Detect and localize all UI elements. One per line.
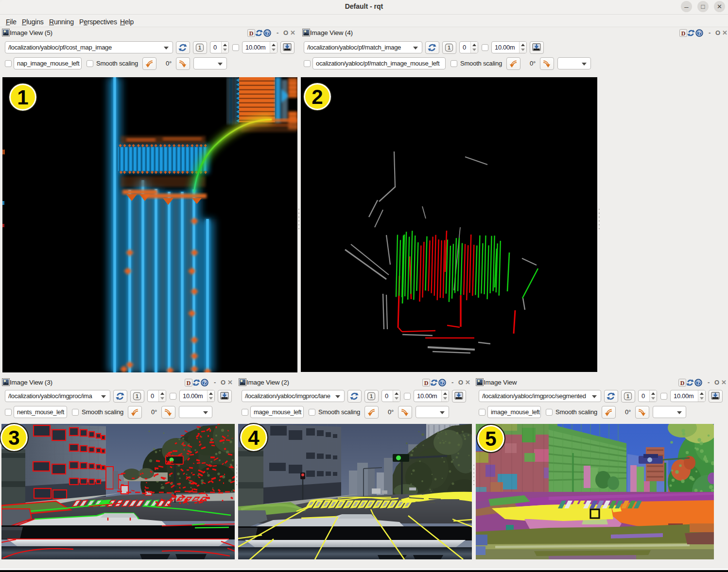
svg-text:1: 1 (136, 393, 139, 399)
svg-text:D: D (680, 380, 685, 387)
svg-text:1: 1 (198, 45, 201, 50)
svg-text:D: D (681, 30, 686, 37)
svg-text:?: ? (266, 30, 269, 36)
svg-text:?: ? (698, 30, 701, 36)
svg-text:?: ? (203, 380, 206, 386)
svg-text:?: ? (441, 380, 444, 386)
svg-text:D: D (187, 380, 191, 387)
svg-text:D: D (424, 380, 429, 387)
svg-text:D: D (249, 30, 254, 37)
svg-text:1: 1 (370, 393, 373, 399)
svg-text:1: 1 (448, 45, 451, 50)
svg-text:?: ? (697, 380, 700, 386)
svg-text:1: 1 (626, 393, 629, 399)
